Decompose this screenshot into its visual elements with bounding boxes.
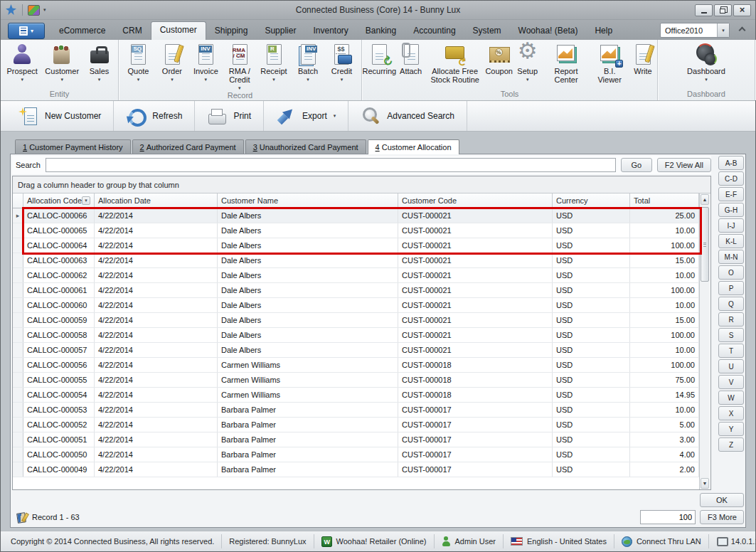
- table-row[interactable]: ▸ CALLOC-000066 4/22/2014 Dale Albers CU…: [13, 208, 699, 223]
- ribbon-item-quote[interactable]: SQ Quote ▾: [124, 43, 152, 83]
- view-tab-unauthorized-card-payment[interactable]: 3Unauthorized Card Payment: [245, 139, 366, 154]
- table-row[interactable]: ▸ CALLOC-000049 4/22/2014 Barbara Palmer…: [13, 462, 699, 477]
- ok-button[interactable]: OK: [700, 493, 744, 507]
- table-row[interactable]: ▸ CALLOC-000052 4/22/2014 Barbara Palmer…: [13, 418, 699, 432]
- table-row[interactable]: ▸ CALLOC-000063 4/22/2014 Dale Albers CU…: [13, 253, 699, 268]
- letter-filter-t[interactable]: T: [718, 344, 744, 358]
- toolbar-button-advanced-search[interactable]: Advanced Search ▾: [348, 101, 467, 131]
- restore-button[interactable]: [714, 4, 732, 16]
- ribbon-item-receipt[interactable]: R Receipt ▾: [259, 43, 288, 83]
- filter-dropdown-icon[interactable]: ▼: [82, 196, 90, 205]
- ribbon-tab-inventory[interactable]: Inventory: [304, 22, 356, 40]
- scrollbar-thumb[interactable]: [701, 207, 709, 282]
- minimize-button[interactable]: [695, 4, 713, 16]
- ribbon-item-prospect[interactable]: Prospect ▾: [5, 43, 38, 83]
- table-row[interactable]: ▸ CALLOC-000064 4/22/2014 Dale Albers CU…: [13, 238, 699, 253]
- ribbon-item-sales[interactable]: Sales ▾: [85, 43, 114, 83]
- quick-access-icon[interactable]: [28, 5, 40, 16]
- view-all-button[interactable]: F2 View All: [657, 158, 711, 172]
- letter-filter-k-l[interactable]: K-L: [718, 234, 744, 248]
- letter-filter-v[interactable]: V: [718, 375, 744, 389]
- column-header-total[interactable]: Total ▼: [630, 193, 699, 208]
- ribbon-item-invoice[interactable]: INV Invoice ▾: [191, 43, 220, 83]
- letter-filter-a-b[interactable]: A-B: [718, 156, 744, 170]
- letter-filter-y[interactable]: Y: [718, 422, 744, 436]
- toolbar-button-new-customer[interactable]: New Customer ▾: [6, 101, 114, 131]
- application-menu-button[interactable]: ▾: [8, 23, 45, 39]
- letter-filter-m-n[interactable]: M-N: [718, 250, 744, 264]
- theme-selector[interactable]: Office2010 ▾: [660, 23, 730, 38]
- ribbon-item-credit[interactable]: $$ Credit ▾: [327, 43, 356, 83]
- table-row[interactable]: ▸ CALLOC-000051 4/22/2014 Barbara Palmer…: [13, 432, 699, 447]
- letter-filter-q[interactable]: Q: [718, 297, 744, 311]
- column-header-allocation-code[interactable]: Allocation Code ▼: [23, 193, 95, 208]
- theme-dropdown-icon[interactable]: ▾: [717, 23, 729, 37]
- ribbon-item-attach[interactable]: Attach ▾: [397, 43, 425, 75]
- ribbon-item-write[interactable]: Write ▾: [629, 43, 657, 75]
- ribbon-tab-help[interactable]: Help: [586, 22, 621, 40]
- ribbon-item-rma-credit[interactable]: RMA / CM RMA / Credit ▾: [225, 43, 254, 91]
- column-header-customer-name[interactable]: Customer Name ▼: [218, 193, 398, 208]
- ribbon-item-customer[interactable]: Customer ▾: [43, 43, 80, 83]
- ribbon-item-order[interactable]: Order ▾: [158, 43, 186, 83]
- table-row[interactable]: ▸ CALLOC-000053 4/22/2014 Barbara Palmer…: [13, 403, 699, 418]
- view-tab-authorized-card-payment[interactable]: 2Authorized Card Payment: [132, 139, 244, 154]
- page-size-input[interactable]: [640, 510, 696, 524]
- table-row[interactable]: ▸ CALLOC-000061 4/22/2014 Dale Albers CU…: [13, 283, 699, 298]
- letter-filter-w[interactable]: W: [718, 391, 744, 405]
- view-tab-customer-allocation[interactable]: 4Customer Allocation: [368, 139, 459, 154]
- column-header-allocation-date[interactable]: Allocation Date ▼: [95, 193, 218, 208]
- ribbon-tab-supplier[interactable]: Supplier: [256, 22, 304, 40]
- letter-filter-i-j[interactable]: I-J: [718, 218, 744, 233]
- ribbon-tab-accounting[interactable]: Accounting: [405, 22, 464, 40]
- collapse-ribbon-button[interactable]: [734, 23, 750, 38]
- table-row[interactable]: ▸ CALLOC-000065 4/22/2014 Dale Albers CU…: [13, 223, 699, 238]
- table-row[interactable]: ▸ CALLOC-000058 4/22/2014 Dale Albers CU…: [13, 328, 699, 343]
- toolbar-button-export[interactable]: Export ▾: [264, 101, 348, 131]
- go-button[interactable]: Go: [621, 158, 652, 172]
- quick-access-dropdown-icon[interactable]: ▾: [43, 7, 46, 13]
- ribbon-item-batch[interactable]: INV Batch ▾: [294, 43, 322, 83]
- table-row[interactable]: ▸ CALLOC-000057 4/22/2014 Dale Albers CU…: [13, 343, 699, 358]
- scrollbar-track[interactable]: [701, 206, 709, 477]
- ribbon-item-b-i-viewer[interactable]: B.I. Viewer ▾: [590, 43, 629, 84]
- view-tab-customer-payment-history[interactable]: 1Customer Payment History: [15, 139, 131, 154]
- scroll-up-button[interactable]: ▲: [701, 194, 709, 205]
- ribbon-item-coupon[interactable]: % Coupon ▾: [485, 43, 513, 75]
- letter-filter-z[interactable]: Z: [718, 437, 744, 452]
- letter-filter-o[interactable]: O: [718, 265, 744, 280]
- ribbon-item-setup[interactable]: Setup ▾: [513, 43, 542, 83]
- table-row[interactable]: ▸ CALLOC-000062 4/22/2014 Dale Albers CU…: [13, 268, 699, 283]
- letter-filter-x[interactable]: X: [718, 406, 744, 420]
- toolbar-button-print[interactable]: Print ▾: [195, 101, 264, 131]
- letter-filter-p[interactable]: P: [718, 281, 744, 295]
- ribbon-item-recurring[interactable]: Recurring ▾: [362, 43, 397, 75]
- ribbon-tab-banking[interactable]: Banking: [357, 22, 405, 40]
- search-input[interactable]: [46, 158, 616, 172]
- letter-filter-e-f[interactable]: E-F: [718, 187, 744, 201]
- table-row[interactable]: ▸ CALLOC-000054 4/22/2014 Carmen William…: [13, 388, 699, 403]
- column-header-currency[interactable]: Currency ▼: [553, 193, 630, 208]
- table-row[interactable]: ▸ CALLOC-000056 4/22/2014 Carmen William…: [13, 358, 699, 373]
- letter-filter-g-h[interactable]: G-H: [718, 203, 744, 217]
- letter-filter-r[interactable]: R: [718, 312, 744, 327]
- letter-filter-u[interactable]: U: [718, 359, 744, 373]
- ribbon-tab-shipping[interactable]: Shipping: [206, 22, 257, 40]
- toolbar-button-refresh[interactable]: Refresh ▾: [114, 101, 195, 131]
- table-row[interactable]: ▸ CALLOC-000055 4/22/2014 Carmen William…: [13, 373, 699, 388]
- ribbon-item-report-center[interactable]: Report Center ▾: [542, 43, 591, 84]
- table-row[interactable]: ▸ CALLOC-000059 4/22/2014 Dale Albers CU…: [13, 313, 699, 328]
- scroll-down-button[interactable]: ▼: [701, 478, 709, 489]
- ribbon-tab-customer[interactable]: Customer: [151, 21, 206, 40]
- vertical-scrollbar[interactable]: ▲ ▼: [699, 193, 710, 489]
- column-header-customer-code[interactable]: Customer Code ▼: [398, 193, 553, 208]
- more-button[interactable]: F3 More: [700, 510, 744, 524]
- table-row[interactable]: ▸ CALLOC-000060 4/22/2014 Dale Albers CU…: [13, 298, 699, 313]
- ribbon-item-allocate-free-stock-routine[interactable]: Allocate Free Stock Routine ▾: [425, 43, 485, 84]
- ribbon-tab-crm[interactable]: CRM: [114, 22, 150, 40]
- table-row[interactable]: ▸ CALLOC-000050 4/22/2014 Barbara Palmer…: [13, 447, 699, 462]
- ribbon-tab-ecommerce[interactable]: eCommerce: [50, 22, 114, 40]
- close-button[interactable]: ×: [733, 4, 751, 16]
- letter-filter-c-d[interactable]: C-D: [718, 171, 744, 186]
- ribbon-tab-system[interactable]: System: [464, 22, 510, 40]
